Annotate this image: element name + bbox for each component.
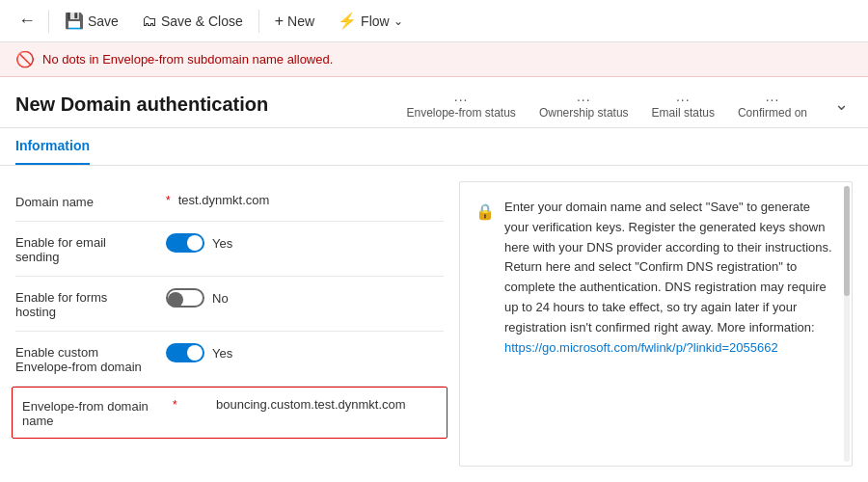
save-label: Save xyxy=(88,13,119,29)
forms-hosting-toggle-label: No xyxy=(212,291,229,306)
flow-icon: ⚡ xyxy=(338,12,357,30)
email-sending-value: Yes xyxy=(166,233,444,253)
envelope-from-name-input[interactable] xyxy=(185,397,437,412)
envelope-from-domain-toggle-label: Yes xyxy=(212,346,232,361)
forms-hosting-toggle[interactable] xyxy=(166,288,204,308)
info-panel-content: 🔒 Enter your domain name and select "Sav… xyxy=(475,198,836,358)
email-sending-toggle[interactable] xyxy=(166,233,204,253)
save-icon: 💾 xyxy=(65,12,84,30)
main-content: Domain name * Enable for email sending Y… xyxy=(0,166,868,482)
info-text: Enter your domain name and select "Save"… xyxy=(504,198,836,358)
scrollbar-thumb[interactable] xyxy=(844,186,850,296)
new-button[interactable]: + New xyxy=(265,8,324,35)
form-area: Domain name * Enable for email sending Y… xyxy=(15,181,459,467)
lock-icon: 🔒 xyxy=(475,200,495,358)
domain-name-row: Domain name * xyxy=(15,181,444,222)
info-link[interactable]: https://go.microsoft.com/fwlink/p/?linki… xyxy=(504,340,778,355)
status-items: ... Envelope-from status ... Ownership s… xyxy=(406,89,853,120)
toolbar-divider-2 xyxy=(258,10,259,33)
save-close-icon: 🗂 xyxy=(142,13,157,30)
envelope-from-domain-label: Enable custom Envelope-from domain xyxy=(15,343,150,374)
envelope-from-domain-row: Enable custom Envelope-from domain Yes xyxy=(15,332,444,387)
domain-name-label: Domain name xyxy=(15,193,150,209)
expand-button[interactable]: ⌄ xyxy=(830,90,853,119)
flow-label: Flow xyxy=(361,13,390,29)
domain-name-required: * xyxy=(166,194,171,207)
envelope-from-domain-knob xyxy=(187,345,203,361)
toolbar: ← 💾 Save 🗂 Save & Close + New ⚡ Flow ⌄ xyxy=(0,0,868,42)
page-title: New Domain authentication xyxy=(15,94,268,116)
envelope-from-name-value: * xyxy=(173,397,437,412)
domain-name-input[interactable] xyxy=(178,193,444,207)
forms-hosting-value: No xyxy=(166,288,444,308)
forms-hosting-row: Enable for forms hosting No xyxy=(15,277,444,332)
email-sending-row: Enable for email sending Yes xyxy=(15,222,444,277)
tab-section: Information xyxy=(0,128,868,166)
email-sending-knob xyxy=(187,235,203,251)
confirmed-on-status: ... Confirmed on xyxy=(738,89,807,120)
domain-name-value: * xyxy=(166,193,444,207)
scrollbar-track xyxy=(844,186,850,462)
save-button[interactable]: 💾 Save xyxy=(55,7,128,35)
forms-hosting-knob xyxy=(168,292,183,308)
new-label: New xyxy=(287,13,314,29)
forms-hosting-label: Enable for forms hosting xyxy=(15,288,150,319)
tab-information[interactable]: Information xyxy=(15,128,90,165)
error-banner: 🚫 No dots in Envelope-from subdomain nam… xyxy=(0,42,868,77)
email-status: ... Email status xyxy=(652,89,715,120)
envelope-from-status: ... Envelope-from status xyxy=(406,89,515,120)
flow-button[interactable]: ⚡ Flow ⌄ xyxy=(328,7,413,35)
error-message: No dots in Envelope-from subdomain name … xyxy=(42,52,333,67)
envelope-from-name-required: * xyxy=(173,398,177,412)
toolbar-divider-1 xyxy=(48,10,49,33)
email-sending-toggle-label: Yes xyxy=(212,236,232,251)
error-icon: 🚫 xyxy=(15,50,35,68)
back-button[interactable]: ← xyxy=(12,6,42,37)
new-icon: + xyxy=(275,13,284,30)
save-close-label: Save & Close xyxy=(161,13,243,29)
ownership-status: ... Ownership status xyxy=(539,89,629,120)
email-sending-label: Enable for email sending xyxy=(15,233,150,264)
info-panel: 🔒 Enter your domain name and select "Sav… xyxy=(459,181,853,467)
page-header: New Domain authentication ... Envelope-f… xyxy=(0,77,868,128)
envelope-from-domain-value: Yes xyxy=(166,343,444,362)
envelope-from-name-label: Envelope-from domain name xyxy=(22,397,157,428)
envelope-from-name-row: Envelope-from domain name * xyxy=(12,387,448,439)
save-close-button[interactable]: 🗂 Save & Close xyxy=(132,8,253,35)
flow-chevron-icon: ⌄ xyxy=(393,14,403,28)
envelope-from-domain-toggle[interactable] xyxy=(166,343,204,362)
